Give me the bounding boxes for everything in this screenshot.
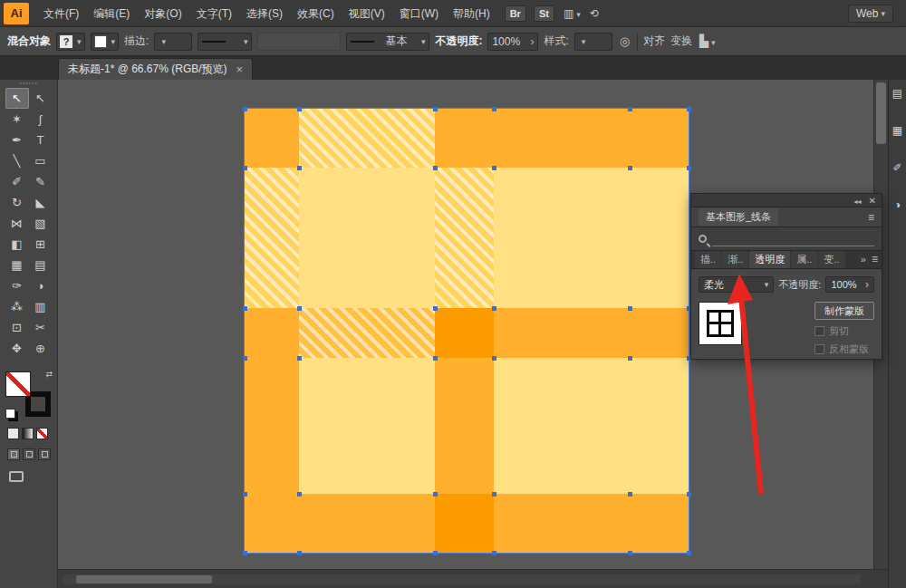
anchor-point[interactable]	[297, 356, 302, 361]
tab-basic-shapes-lines[interactable]: 基本图形_线条	[699, 208, 778, 226]
collapsed-panel-icon[interactable]: ◑	[891, 198, 904, 212]
menu-item[interactable]: 文字(T)	[189, 0, 239, 27]
plaid-cell[interactable]	[435, 494, 494, 553]
panel-menu-icon[interactable]	[868, 211, 874, 224]
plaid-cell[interactable]	[630, 109, 689, 168]
anchor-point[interactable]	[628, 166, 632, 170]
plaid-cell[interactable]	[299, 358, 435, 494]
close-tab-icon[interactable]: ×	[236, 63, 244, 76]
opacity-select[interactable]: 100%	[487, 33, 538, 51]
more-options-icon[interactable]: ▙	[699, 34, 716, 48]
anchor-point[interactable]	[628, 107, 632, 111]
eyedropper-tool[interactable]: ✑	[5, 275, 29, 296]
anchor-point[interactable]	[492, 356, 496, 361]
sync-icon[interactable]: ⟲	[590, 7, 599, 20]
shape-builder-tool[interactable]: ◧	[5, 234, 29, 255]
transform-link[interactable]: 变换	[670, 34, 692, 49]
plaid-cell[interactable]	[630, 168, 689, 308]
recolor-artwork-icon[interactable]: ◎	[620, 34, 630, 48]
plaid-cell[interactable]	[630, 358, 689, 494]
anchor-point[interactable]	[492, 492, 496, 496]
panel-expand-icon[interactable]	[861, 254, 866, 265]
anchor-point[interactable]	[243, 166, 247, 170]
anchor-point[interactable]	[297, 551, 302, 555]
plaid-cell[interactable]	[245, 494, 299, 553]
plaid-cell[interactable]	[494, 109, 630, 168]
blend-mode-select[interactable]: 柔光	[699, 276, 774, 293]
none-button[interactable]	[36, 428, 48, 439]
bridge-button[interactable]: Br	[505, 5, 526, 22]
brush-definition-select[interactable]	[257, 33, 341, 51]
slice-tool[interactable]: ✂	[29, 317, 53, 338]
mesh-tool[interactable]: ▦	[5, 255, 29, 275]
anchor-point[interactable]	[297, 306, 302, 311]
invert-mask-checkbox[interactable]: 反相蒙版	[814, 342, 874, 356]
tab-gradient[interactable]: 渐..	[722, 251, 748, 268]
menu-item[interactable]: 效果(C)	[290, 0, 342, 27]
anchor-point[interactable]	[687, 107, 691, 111]
menu-item[interactable]: 文件(F)	[36, 0, 86, 27]
pencil-tool[interactable]: ✎	[29, 171, 53, 192]
default-fill-stroke-icon[interactable]	[5, 409, 15, 419]
anchor-point[interactable]	[297, 166, 302, 170]
anchor-point[interactable]	[492, 306, 496, 311]
anchor-point[interactable]	[492, 107, 496, 111]
style-select[interactable]	[574, 33, 612, 51]
blend-tool[interactable]: ◑	[29, 275, 53, 296]
object-thumbnail[interactable]	[699, 302, 742, 345]
menu-item[interactable]: 对象(O)	[137, 0, 188, 27]
tab-variables[interactable]: 变..	[818, 251, 844, 268]
plaid-cell[interactable]	[299, 494, 435, 553]
swap-fill-stroke-icon[interactable]	[45, 370, 53, 379]
plaid-cell[interactable]	[245, 308, 299, 358]
anchor-point[interactable]	[628, 306, 632, 311]
collapse-panels-icon[interactable]	[854, 195, 862, 206]
plaid-cell[interactable]	[494, 168, 630, 308]
tab-transparency[interactable]: 透明度	[749, 251, 790, 268]
selection-tool[interactable]: ↖	[5, 88, 29, 109]
menu-item[interactable]: 编辑(E)	[86, 0, 137, 27]
plaid-cell[interactable]	[299, 109, 435, 168]
menu-item[interactable]: 窗口(W)	[392, 0, 446, 27]
anchor-point[interactable]	[687, 166, 691, 170]
plaid-cell[interactable]	[630, 308, 689, 358]
stroke-type-select[interactable]: 基本	[346, 33, 429, 51]
rectangle-tool[interactable]: ▭	[29, 150, 53, 171]
horizontal-scrollbar-thumb[interactable]	[76, 575, 212, 583]
anchor-point[interactable]	[492, 551, 496, 555]
gradient-button[interactable]	[22, 428, 34, 439]
anchor-point[interactable]	[243, 356, 247, 361]
anchor-point[interactable]	[433, 356, 438, 361]
anchor-point[interactable]	[243, 107, 247, 111]
menu-item[interactable]: 视图(V)	[342, 0, 392, 27]
anchor-point[interactable]	[297, 107, 302, 111]
plaid-cell[interactable]	[494, 308, 630, 358]
anchor-point[interactable]	[492, 166, 496, 170]
plaid-cell[interactable]	[245, 168, 299, 308]
menu-item[interactable]: 帮助(H)	[446, 0, 497, 27]
anchor-point[interactable]	[628, 551, 632, 555]
paintbrush-tool[interactable]: ✐	[5, 171, 29, 192]
anchor-point[interactable]	[687, 492, 691, 496]
anchor-point[interactable]	[628, 356, 632, 361]
type-tool[interactable]: T	[29, 130, 53, 150]
workspace-switcher[interactable]: Web	[848, 5, 893, 23]
document-tab[interactable]: 未标题-1* @ 66.67% (RGB/预览) ×	[58, 58, 253, 80]
stroke-weight-select[interactable]	[154, 33, 192, 51]
tab-attributes[interactable]: 属..	[791, 251, 817, 268]
anchor-point[interactable]	[433, 166, 438, 170]
anchor-point[interactable]	[243, 492, 247, 496]
make-mask-button[interactable]: 制作蒙版	[814, 302, 874, 320]
vertical-scrollbar-thumb[interactable]	[876, 82, 886, 144]
plaid-cell[interactable]	[630, 494, 689, 553]
collapsed-panel-icon[interactable]: ▤	[891, 87, 904, 101]
plaid-cell[interactable]	[435, 109, 494, 168]
anchor-point[interactable]	[433, 306, 438, 311]
collapsed-panel-icon[interactable]: ▦	[891, 124, 904, 138]
anchor-point[interactable]	[297, 492, 302, 496]
anchor-point[interactable]	[433, 107, 438, 111]
column-graph-tool[interactable]: ▥	[29, 296, 53, 317]
tab-stroke[interactable]: 描..	[695, 251, 721, 268]
line-segment-tool[interactable]: ╲	[5, 150, 29, 171]
align-link[interactable]: 对齐	[643, 34, 665, 49]
